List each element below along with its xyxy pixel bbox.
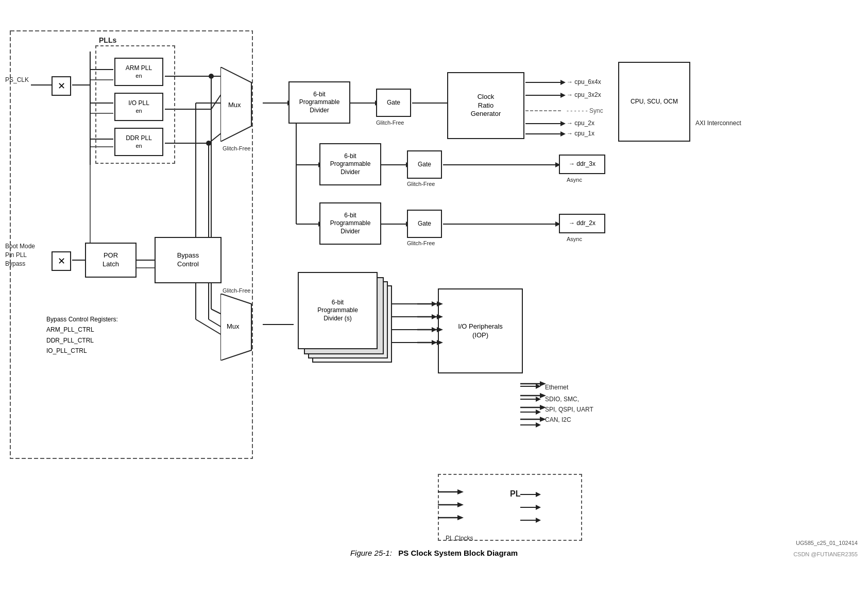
- divider-3-block: 6-bit Programmable Divider: [319, 202, 381, 245]
- bypass-reg2: DDR_PLL_CTRL: [46, 335, 118, 346]
- cpu-6x4x-label: → cpu_6x4x: [567, 78, 601, 86]
- iop-block: I/O Peripherals (IOP): [438, 288, 523, 373]
- arm-pll-label: ARM PLL: [126, 64, 152, 73]
- svg-line-42: [209, 319, 222, 327]
- peripheral-arrows: [520, 376, 551, 428]
- ddr-3x-async: Async: [567, 177, 582, 183]
- svg-marker-94: [437, 314, 443, 319]
- svg-marker-102: [540, 393, 546, 398]
- gate-2-block: Gate: [407, 150, 442, 179]
- figure-title: PS Clock System Block Diagram: [398, 549, 518, 557]
- cpu-scu-ocm-label: CPU, SCU, OCM: [631, 98, 678, 106]
- divider-1-block: 6-bit Programmable Divider: [288, 81, 350, 124]
- svg-line-9: [211, 94, 222, 109]
- arm-pll-block: ARM PLL en: [114, 58, 163, 86]
- svg-marker-92: [437, 301, 443, 306]
- svg-line-11: [209, 133, 222, 143]
- axi-interconnect-label: AXI Interconnect: [695, 119, 741, 127]
- gate-1-sub: Glitch-Free: [376, 119, 404, 126]
- svg-marker-63: [560, 80, 566, 85]
- diagram-container: PS_CLK ✕ PLLs ARM PLL en I/O PLL en DDR …: [0, 0, 868, 567]
- ddr-2x-async: Async: [567, 236, 582, 242]
- top-mux-svg: Mux: [220, 67, 264, 142]
- svg-marker-110: [457, 502, 464, 507]
- svg-line-43: [196, 319, 222, 335]
- cpu-3x2x-label: → cpu_3x2x: [567, 91, 601, 98]
- gate-3-block: Gate: [407, 210, 442, 238]
- spi-qspi-uart-label: SPI, QSPI, UART: [545, 406, 593, 413]
- plls-label: PLLs: [99, 36, 116, 44]
- arm-pll-en: en: [126, 72, 152, 79]
- cpu-scu-ocm-block: CPU, SCU, OCM: [618, 62, 690, 142]
- svg-marker-112: [457, 515, 464, 520]
- svg-marker-65: [560, 121, 566, 126]
- gate-1-label: Gate: [387, 99, 400, 107]
- pl-clocks-label: PL Clocks: [446, 535, 473, 542]
- bypass-reg1: ARM_PLL_CTRL: [46, 324, 118, 335]
- svg-marker-108: [457, 489, 464, 494]
- pl-arrows: [438, 484, 469, 531]
- pl-label: PL: [510, 489, 520, 499]
- ddr-pll-label: DDR PLL: [126, 134, 152, 143]
- watermark: CSDN @FUTIANER2355: [793, 551, 858, 557]
- ddr-3x-block: → ddr_3x: [559, 155, 605, 174]
- svg-line-41: [211, 309, 222, 314]
- svg-marker-98: [437, 340, 443, 345]
- por-latch-block: POR Latch: [85, 243, 137, 278]
- gate-3-sub: Glitch-Free: [407, 240, 435, 246]
- ddr-pll-en: en: [126, 142, 152, 149]
- ddr-2x-block: → ddr_2x: [559, 214, 605, 233]
- svg-marker-100: [540, 381, 546, 386]
- doc-ref: UG585_c25_01_102414: [796, 540, 858, 546]
- svg-marker-64: [560, 93, 566, 98]
- bottom-mux-svg: Mux: [220, 294, 264, 361]
- boot-mode-x-symbol: ✕: [52, 251, 71, 271]
- bottom-mux-label: Glitch-Free: [223, 287, 250, 294]
- ps-clk-label: PS_CLK: [5, 76, 29, 83]
- svg-text:Mux: Mux: [227, 322, 240, 330]
- cpu-1x-label: → cpu_1x: [567, 130, 594, 137]
- svg-point-12: [209, 74, 214, 79]
- svg-marker-66: [560, 131, 566, 136]
- gate-1-block: Gate: [376, 89, 411, 117]
- iop-input-arrows: [417, 294, 446, 376]
- svg-point-14: [206, 141, 211, 146]
- svg-marker-104: [540, 405, 546, 410]
- svg-marker-106: [540, 417, 546, 422]
- bypass-regs-title: Bypass Control Registers:: [46, 314, 118, 324]
- sync-label: - - - - - - Sync: [567, 107, 603, 114]
- io-pll-block: I/O PLL en: [114, 93, 163, 121]
- cpu-2x-label: → cpu_2x: [567, 119, 594, 127]
- bypass-regs-section: Bypass Control Registers: ARM_PLL_CTRL D…: [46, 314, 118, 356]
- ps-clk-x-symbol: ✕: [52, 76, 71, 96]
- figure-caption: Figure 25-1: PS Clock System Block Diagr…: [350, 549, 518, 557]
- boot-mode-label: Boot ModePin PLLBypass: [5, 242, 35, 268]
- svg-marker-96: [437, 327, 443, 332]
- bypass-control-block: Bypass Control: [155, 237, 222, 283]
- io-pll-en: en: [128, 107, 149, 114]
- io-pll-label: I/O PLL: [128, 99, 149, 108]
- bypass-reg3: IO_PLL_CTRL: [46, 346, 118, 356]
- gate-2-sub: Glitch-Free: [407, 181, 435, 187]
- clock-ratio-gen-block: Clock Ratio Generator: [447, 72, 524, 139]
- top-mux-label: Glitch-Free: [223, 145, 250, 151]
- figure-label: Figure 25-1:: [350, 549, 392, 557]
- svg-text:Mux: Mux: [228, 101, 241, 109]
- divider-2-block: 6-bit Programmable Divider: [319, 143, 381, 185]
- ddr-pll-block: DDR PLL en: [114, 128, 163, 156]
- divider-stacked-block: 6-bit Programmable Divider (s): [298, 272, 378, 349]
